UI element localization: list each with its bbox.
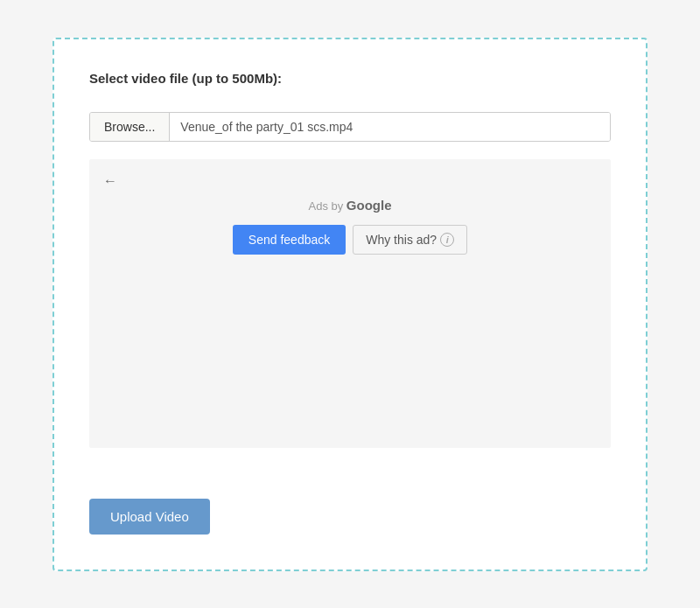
main-container: Select video file (up to 500Mb): Browse.… xyxy=(52,38,648,571)
ad-buttons-row: Send feedback Why this ad? i xyxy=(103,225,597,255)
file-label-bold: (up to 500Mb): xyxy=(192,71,283,86)
why-this-ad-button[interactable]: Why this ad? i xyxy=(353,225,467,255)
google-brand-text: Google xyxy=(346,198,392,213)
back-arrow-icon[interactable]: ← xyxy=(103,173,117,189)
info-icon: i xyxy=(440,233,454,247)
why-this-ad-label: Why this ad? xyxy=(366,233,437,247)
file-label-text: Select video file xyxy=(89,71,192,86)
send-feedback-button[interactable]: Send feedback xyxy=(233,225,346,255)
browse-button[interactable]: Browse... xyxy=(90,113,170,141)
ads-by-prefix: Ads by xyxy=(308,199,346,213)
ads-by-google-label: Ads by Google xyxy=(103,198,597,213)
file-select-label: Select video file (up to 500Mb): xyxy=(89,71,611,86)
file-input-row: Browse... Venue_of the party_01 scs.mp4 xyxy=(89,112,611,142)
upload-video-button[interactable]: Upload Video xyxy=(89,499,210,535)
ad-container: ← Ads by Google Send feedback Why this a… xyxy=(89,159,611,448)
file-name-display: Venue_of the party_01 scs.mp4 xyxy=(170,113,610,141)
